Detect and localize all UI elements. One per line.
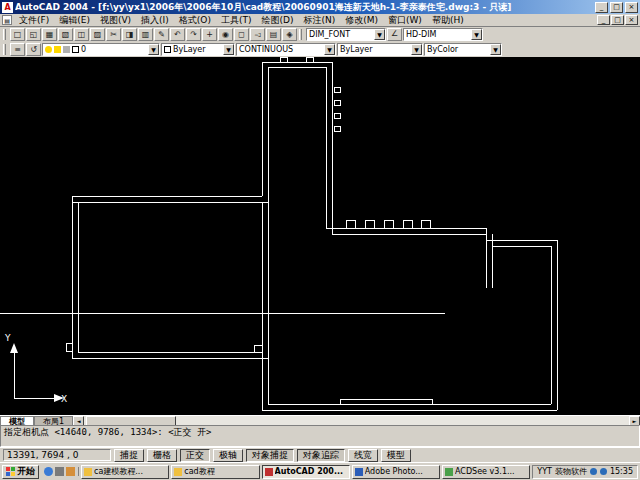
toolbar-grip[interactable] (3, 44, 6, 55)
taskbar-task-3[interactable]: Adobe Photo... (352, 465, 440, 479)
plot-style-combo[interactable]: ByColor ▼ (424, 43, 502, 56)
linetype-value: CONTINUOUS (239, 45, 322, 54)
status-lwt-toggle[interactable]: 线宽 (348, 449, 378, 462)
quicklaunch-desktop-icon[interactable] (55, 467, 64, 476)
text-style-combo[interactable]: DIM_FONT ▼ (306, 28, 386, 41)
quicklaunch-ie-icon[interactable] (44, 467, 53, 476)
start-button[interactable]: 开始 (2, 465, 39, 479)
coordinate-readout[interactable]: 13391, 7694 , 0 (3, 449, 111, 461)
floor-plan-svg: YX (0, 57, 640, 415)
linetype-combo[interactable]: CONTINUOUS ▼ (236, 43, 336, 56)
save-icon[interactable]: ▦ (42, 28, 57, 41)
layers-icon[interactable]: ≡ (10, 43, 25, 56)
plot-preview-icon[interactable]: ◫ (74, 28, 89, 41)
status-grid-toggle[interactable]: 栅格 (147, 449, 177, 462)
status-snap-toggle[interactable]: 捕捉 (114, 449, 144, 462)
dropdown-arrow-icon[interactable]: ▼ (471, 29, 482, 40)
horizontal-scrollbar[interactable]: ◄ ► (73, 416, 640, 425)
zoom-previous-icon[interactable]: ◅ (250, 28, 265, 41)
status-model-toggle[interactable]: 模型 (381, 449, 411, 462)
menu-item-0[interactable]: 文件(F) (14, 14, 54, 27)
toolbar-grip[interactable] (3, 29, 6, 40)
menu-item-2[interactable]: 视图(V) (95, 14, 136, 27)
window-mark (254, 345, 262, 352)
dim-style-icon[interactable]: ∠ (387, 28, 402, 41)
status-ortho-toggle[interactable]: 正交 (180, 449, 210, 462)
tray-app-icon[interactable] (590, 468, 597, 475)
redo-icon[interactable]: ↷ (186, 28, 201, 41)
autocad-app-icon: A (2, 2, 13, 13)
mdi-close-button[interactable]: × (625, 15, 638, 25)
taskbar-task-1[interactable]: cad教程 (171, 465, 259, 479)
menu-item-7[interactable]: 标注(N) (298, 14, 340, 27)
copy-icon[interactable]: ◨ (122, 28, 137, 41)
mdi-minimize-button[interactable]: _ (597, 15, 610, 25)
paste-icon[interactable]: ▥ (138, 28, 153, 41)
drawing-canvas[interactable]: YX (0, 57, 640, 415)
color-value: ByLayer (173, 45, 221, 54)
dim-style-combo[interactable]: HD-DIM ▼ (403, 28, 483, 41)
menu-item-8[interactable]: 修改(M) (340, 14, 383, 27)
plot-icon[interactable]: ▧ (58, 28, 73, 41)
mdi-controls: _ □ × (597, 15, 638, 25)
menu-item-6[interactable]: 绘图(D) (256, 14, 298, 27)
taskbar-task-2[interactable]: AutoCAD 200... (262, 465, 350, 479)
layer-freeze-icon (54, 46, 61, 53)
ps-icon (355, 468, 363, 476)
match-properties-icon[interactable]: ✎ (154, 28, 169, 41)
new-icon[interactable]: □ (10, 28, 25, 41)
tab-layout1[interactable]: 布局1 (34, 416, 73, 425)
quicklaunch-media-icon[interactable] (66, 467, 75, 476)
close-button[interactable]: × (625, 2, 638, 13)
taskbar-task-0[interactable]: ca建模教程... (81, 465, 169, 479)
lineweight-value: ByLayer (340, 45, 409, 54)
command-window[interactable]: 指定相机点 <14640, 9786, 1334>: <正交 开> (0, 425, 640, 447)
menu-item-1[interactable]: 编辑(E) (54, 14, 95, 27)
status-polar-toggle[interactable]: 极轴 (213, 449, 243, 462)
menu-item-5[interactable]: 工具(T) (216, 14, 257, 27)
publish-icon[interactable]: ▨ (90, 28, 105, 41)
status-osnap-toggle[interactable]: 对象捕捉 (246, 449, 294, 462)
menu-items: 文件(F)编辑(E)视图(V)插入(I)格式(O)工具(T)绘图(D)标注(N)… (14, 14, 469, 27)
minimize-button[interactable]: _ (595, 2, 608, 13)
dropdown-arrow-icon[interactable]: ▼ (148, 44, 159, 55)
status-otrack-toggle[interactable]: 对象追踪 (297, 449, 345, 462)
zoom-window-icon[interactable]: ◻ (234, 28, 249, 41)
menu-item-10[interactable]: 帮助(H) (427, 14, 469, 27)
mdi-restore-button[interactable]: □ (611, 15, 624, 25)
window-mark (334, 87, 340, 92)
window-mark (280, 57, 287, 62)
task-buttons: ca建模教程...cad教程AutoCAD 200...Adobe Photo.… (81, 465, 530, 479)
standard-toolbar: □◱▦▧◫▨✂◨▥✎↶↷+◉◻◅▤◈ DIM_FONT ▼ ∠ HD-DIM ▼ (0, 27, 640, 42)
properties-icon[interactable]: ▤ (266, 28, 281, 41)
taskbar-task-4[interactable]: ACDSee v3.1... (442, 465, 530, 479)
tabs-container: 模型布局1 (0, 416, 73, 425)
designcenter-icon[interactable]: ◈ (282, 28, 297, 41)
dropdown-arrow-icon[interactable]: ▼ (223, 44, 234, 55)
layer-combo[interactable]: 0 ▼ (42, 43, 160, 56)
layer-previous-icon[interactable]: ↺ (26, 43, 41, 56)
undo-icon[interactable]: ↶ (170, 28, 185, 41)
properties-toolbar: ≡↺ 0 ▼ ByLayer ▼ CONTINUOUS ▼ ByLayer ▼ … (0, 42, 640, 57)
cut-icon[interactable]: ✂ (106, 28, 121, 41)
window-mark (340, 399, 432, 404)
toolbar-grip[interactable] (299, 29, 302, 40)
pan-icon[interactable]: + (202, 28, 217, 41)
menu-item-4[interactable]: 格式(O) (174, 14, 216, 27)
dropdown-arrow-icon[interactable]: ▼ (490, 44, 501, 55)
menu-item-3[interactable]: 插入(I) (136, 14, 174, 27)
dropdown-arrow-icon[interactable]: ▼ (374, 29, 385, 40)
open-icon[interactable]: ◱ (26, 28, 41, 41)
color-combo[interactable]: ByLayer ▼ (161, 43, 235, 56)
restore-button[interactable]: □ (610, 2, 623, 13)
tab-model[interactable]: 模型 (0, 416, 34, 425)
task-label: ACDSee v3.1... (455, 467, 515, 476)
acad-icon (265, 468, 273, 476)
zoom-realtime-icon[interactable]: ◉ (218, 28, 233, 41)
lineweight-combo[interactable]: ByLayer ▼ (337, 43, 423, 56)
dropdown-arrow-icon[interactable]: ▼ (324, 44, 335, 55)
dropdown-arrow-icon[interactable]: ▼ (411, 44, 422, 55)
menu-item-9[interactable]: 窗口(W) (383, 14, 427, 27)
tray-app-icon[interactable] (600, 468, 607, 475)
scrollbar-track[interactable] (84, 416, 629, 425)
